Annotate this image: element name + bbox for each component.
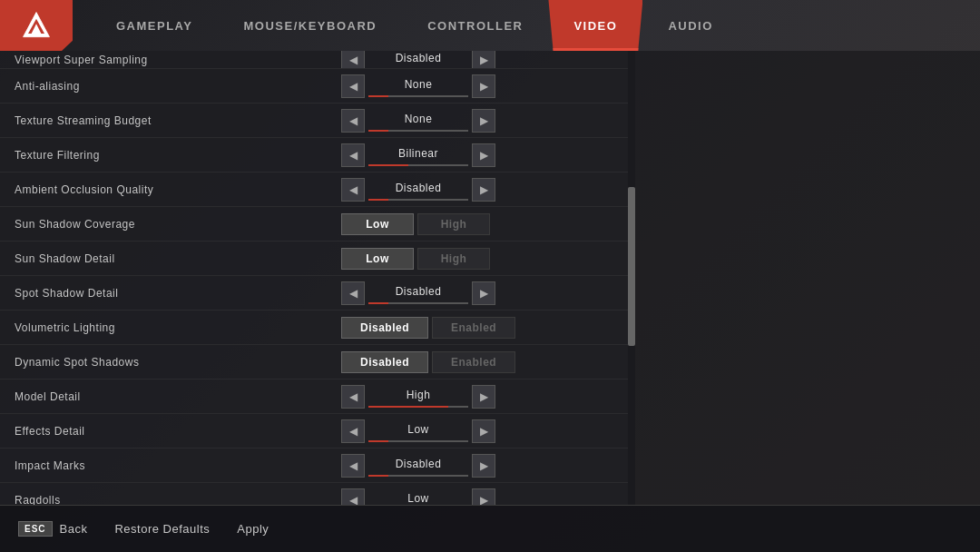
arrow-left-ragdolls[interactable]: ◀ (341, 488, 365, 506)
control-impact-marks: ◀ Disabled ▶ (341, 454, 621, 478)
toggle-high-sun-shadow-coverage[interactable]: High (417, 213, 490, 235)
arrow-right-spot-shadow-detail[interactable]: ▶ (472, 281, 495, 305)
nav-bar: GAMEPLAY MOUSE/KEYBOARD CONTROLLER VIDEO… (0, 0, 980, 51)
arrow-left-texture-filtering[interactable]: ◀ (341, 143, 365, 167)
control-anti-aliasing: ◀ None ▶ (341, 74, 621, 98)
value-container-impact-marks: Disabled (368, 455, 468, 477)
row-texture-filtering: Texture Filtering ◀ Bilinear ▶ (0, 138, 635, 172)
value-container-texture-filtering: Bilinear (368, 144, 468, 166)
value-container-model-detail: High (368, 386, 468, 408)
control-texture-streaming-budget: ◀ None ▶ (341, 109, 621, 133)
control-effects-detail: ◀ Low ▶ (341, 419, 621, 443)
arrow-right-effects-detail[interactable]: ▶ (472, 419, 495, 443)
right-panel (635, 51, 980, 505)
partial-arrow-left[interactable]: ◀ (341, 51, 365, 69)
row-spot-shadow-detail: Spot Shadow Detail ◀ Disabled ▶ (0, 276, 635, 310)
label-volumetric-lighting: Volumetric Lighting (15, 321, 341, 334)
tab-gameplay[interactable]: GAMEPLAY (91, 0, 218, 51)
underline-anti-aliasing (368, 95, 468, 97)
value-ambient-occlusion-quality: Disabled (396, 179, 442, 197)
nav-tabs: GAMEPLAY MOUSE/KEYBOARD CONTROLLER VIDEO… (73, 0, 739, 51)
value-container-effects-detail: Low (368, 420, 468, 442)
partial-arrow-right[interactable]: ▶ (472, 51, 495, 69)
toggle-disabled-volumetric-lighting[interactable]: Disabled (341, 317, 428, 339)
row-ambient-occlusion-quality: Ambient Occlusion Quality ◀ Disabled ▶ (0, 172, 635, 207)
arrow-right-ambient-occlusion-quality[interactable]: ▶ (472, 178, 495, 202)
arrow-right-ragdolls[interactable]: ▶ (472, 488, 495, 506)
apply-button[interactable]: Apply (237, 522, 269, 536)
logo-area (0, 0, 73, 51)
tab-video[interactable]: VIDEO (548, 0, 642, 51)
label-dynamic-spot-shadows: Dynamic Spot Shadows (15, 356, 341, 369)
label-sun-shadow-coverage: Sun Shadow Coverage (15, 218, 341, 231)
restore-defaults-button[interactable]: Restore Defaults (114, 522, 210, 536)
row-anti-aliasing: Anti-aliasing ◀ None ▶ (0, 69, 635, 104)
control-dynamic-spot-shadows: Disabled Enabled (341, 351, 621, 373)
label-spot-shadow-detail: Spot Shadow Detail (15, 287, 341, 300)
control-texture-filtering: ◀ Bilinear ▶ (341, 143, 621, 167)
row-volumetric-lighting: Volumetric Lighting Disabled Enabled (0, 310, 635, 345)
page-container: GAMEPLAY MOUSE/KEYBOARD CONTROLLER VIDEO… (0, 0, 980, 552)
underline-effects-detail (368, 440, 468, 442)
toggle-enabled-volumetric-lighting[interactable]: Enabled (432, 317, 515, 339)
partial-value: Disabled (396, 51, 442, 67)
toggle-dynamic-spot-shadows: Disabled Enabled (341, 351, 515, 373)
toggle-enabled-dynamic-spot-shadows[interactable]: Enabled (432, 351, 515, 373)
label-ambient-occlusion-quality: Ambient Occlusion Quality (15, 183, 341, 196)
partial-row: Viewport Super Sampling ◀ Disabled ▶ (0, 51, 635, 69)
arrow-right-texture-filtering[interactable]: ▶ (472, 143, 495, 167)
label-texture-streaming-budget: Texture Streaming Budget (15, 114, 341, 127)
apply-label: Apply (237, 522, 269, 536)
arrow-left-impact-marks[interactable]: ◀ (341, 454, 365, 478)
row-sun-shadow-coverage: Sun Shadow Coverage Low High (0, 207, 635, 242)
toggle-volumetric-lighting: Disabled Enabled (341, 317, 515, 339)
value-container-ambient-occlusion-quality: Disabled (368, 179, 468, 201)
arrow-right-impact-marks[interactable]: ▶ (472, 454, 495, 478)
value-model-detail: High (407, 386, 431, 404)
arrow-left-spot-shadow-detail[interactable]: ◀ (341, 281, 365, 305)
value-container-texture-streaming-budget: None (368, 110, 468, 132)
arrow-right-texture-streaming-budget[interactable]: ▶ (472, 109, 495, 133)
arrow-left-ambient-occlusion-quality[interactable]: ◀ (341, 178, 365, 202)
restore-defaults-label: Restore Defaults (114, 522, 210, 536)
scroll-indicator[interactable] (628, 51, 635, 505)
arrow-right-anti-aliasing[interactable]: ▶ (472, 74, 495, 98)
partial-label: Viewport Super Sampling (15, 54, 341, 66)
arrow-left-anti-aliasing[interactable]: ◀ (341, 74, 365, 98)
value-container-ragdolls: Low (368, 489, 468, 506)
control-model-detail: ◀ High ▶ (341, 385, 621, 409)
tab-mouse-keyboard[interactable]: MOUSE/KEYBOARD (218, 0, 402, 51)
arrow-left-texture-streaming-budget[interactable]: ◀ (341, 109, 365, 133)
arrow-left-effects-detail[interactable]: ◀ (341, 419, 365, 443)
arrow-right-model-detail[interactable]: ▶ (472, 385, 495, 409)
scroll-thumb (628, 187, 635, 346)
partial-control: ◀ Disabled ▶ (341, 51, 621, 69)
label-effects-detail: Effects Detail (15, 425, 341, 438)
underline-impact-marks (368, 475, 468, 477)
tab-audio[interactable]: AUDIO (642, 0, 738, 51)
tab-controller[interactable]: CONTROLLER (402, 0, 548, 51)
back-button[interactable]: ESC Back (18, 521, 87, 537)
value-container-spot-shadow-detail: Disabled (368, 282, 468, 304)
label-impact-marks: Impact Marks (15, 459, 341, 472)
row-dynamic-spot-shadows: Dynamic Spot Shadows Disabled Enabled (0, 345, 635, 380)
bottom-bar: ESC Back Restore Defaults Apply (0, 505, 980, 552)
toggle-low-sun-shadow-detail[interactable]: Low (341, 248, 414, 270)
toggle-disabled-dynamic-spot-shadows[interactable]: Disabled (341, 351, 428, 373)
toggle-low-sun-shadow-coverage[interactable]: Low (341, 213, 414, 235)
value-texture-streaming-budget: None (405, 110, 433, 128)
label-anti-aliasing: Anti-aliasing (15, 80, 341, 93)
row-texture-streaming-budget: Texture Streaming Budget ◀ None ▶ (0, 104, 635, 138)
value-container-anti-aliasing: None (368, 75, 468, 97)
value-anti-aliasing: None (405, 75, 433, 94)
control-volumetric-lighting: Disabled Enabled (341, 317, 621, 339)
toggle-sun-shadow-detail: Low High (341, 248, 490, 270)
value-spot-shadow-detail: Disabled (396, 282, 442, 301)
underline-ambient-occlusion-quality (368, 199, 468, 201)
toggle-high-sun-shadow-detail[interactable]: High (417, 248, 490, 270)
row-impact-marks: Impact Marks ◀ Disabled ▶ (0, 448, 635, 483)
control-spot-shadow-detail: ◀ Disabled ▶ (341, 281, 621, 305)
arrow-left-model-detail[interactable]: ◀ (341, 385, 365, 409)
label-texture-filtering: Texture Filtering (15, 149, 341, 162)
underline-texture-streaming-budget (368, 130, 468, 132)
